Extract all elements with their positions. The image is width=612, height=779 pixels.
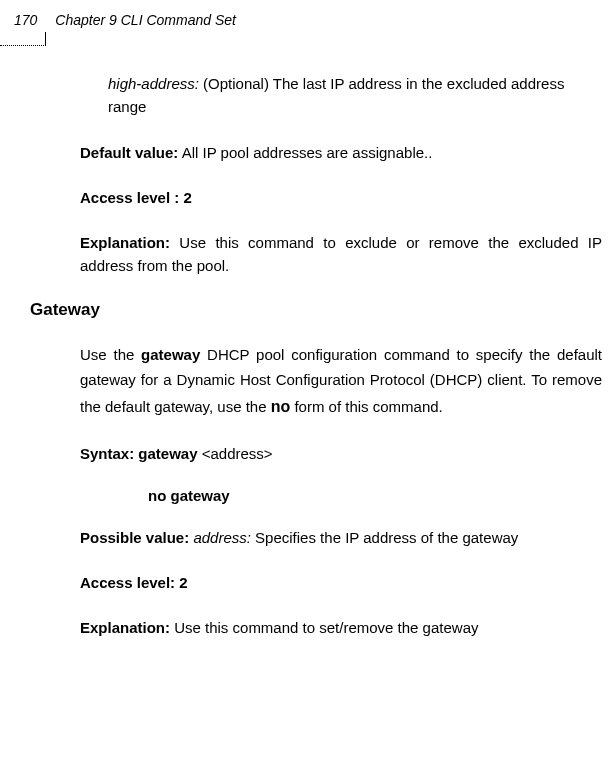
syntax-param: <address> <box>198 445 273 462</box>
explanation-2-paragraph: Explanation: Use this command to set/rem… <box>80 616 602 639</box>
explanation-2-label: Explanation: <box>80 619 170 636</box>
possible-value-text: Specifies the IP address of the gateway <box>251 529 518 546</box>
possible-value-address: address: <box>189 529 251 546</box>
high-address-label: high-address: <box>108 75 199 92</box>
page-header: 170 Chapter 9 CLI Command Set <box>14 12 236 28</box>
gateway-intro-text1: Use the <box>80 346 141 363</box>
syntax-paragraph: Syntax: gateway <address> <box>80 442 602 465</box>
explanation-1-label: Explanation: <box>80 234 170 251</box>
access-level-2-paragraph: Access level: 2 <box>80 571 602 594</box>
default-value-text: All IP pool addresses are assignable.. <box>178 144 432 161</box>
page-content: high-address: (Optional) The last IP add… <box>80 72 602 640</box>
gateway-intro-no-keyword: no <box>271 398 291 415</box>
explanation-1-paragraph: Explanation: Use this command to exclude… <box>80 231 602 278</box>
access-level-1-paragraph: Access level : 2 <box>80 186 602 209</box>
chapter-title: Chapter 9 CLI Command Set <box>55 12 236 28</box>
default-value-paragraph: Default value: All IP pool addresses are… <box>80 141 602 164</box>
explanation-2-text: Use this command to set/remove the gatew… <box>170 619 478 636</box>
possible-value-paragraph: Possible value: address: Specifies the I… <box>80 526 602 549</box>
gateway-section-heading: Gateway <box>30 300 602 320</box>
possible-value-label: Possible value: <box>80 529 189 546</box>
high-address-paragraph: high-address: (Optional) The last IP add… <box>108 72 602 119</box>
default-value-label: Default value: <box>80 144 178 161</box>
gateway-intro-bold1: gateway <box>141 346 200 363</box>
gateway-intro-paragraph: Use the gateway DHCP pool configuration … <box>80 342 602 420</box>
gateway-intro-text3: form of this command. <box>290 398 443 415</box>
access-level-1-label: Access level : 2 <box>80 189 192 206</box>
access-level-2-label: Access level: 2 <box>80 574 188 591</box>
no-gateway-line: no gateway <box>148 487 602 504</box>
syntax-label: Syntax: gateway <box>80 445 198 462</box>
header-border-decoration <box>0 32 46 46</box>
page-number: 170 <box>14 12 37 28</box>
